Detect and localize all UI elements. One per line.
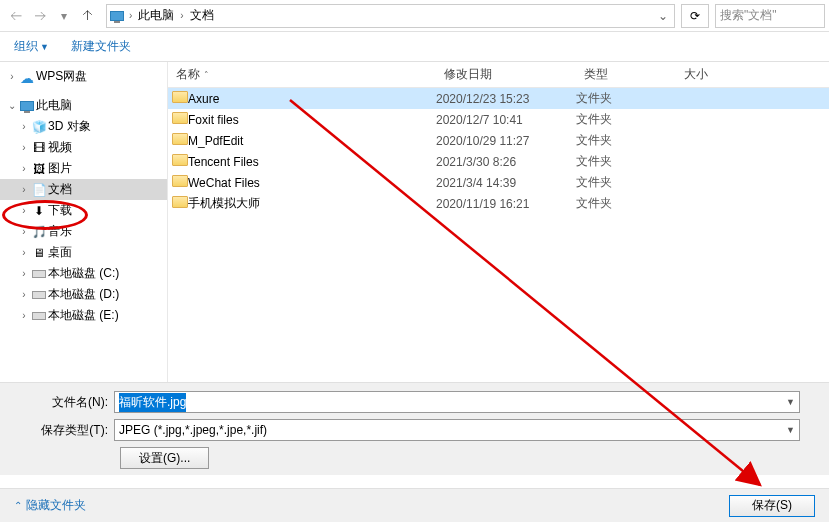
breadcrumb-documents[interactable]: 文档 [186, 7, 218, 24]
forward-button: 🡢 [28, 4, 52, 28]
sidebar: ›WPS网盘 ⌄此电脑 ›🧊3D 对象›🎞视频›🖼图片›📄文档›⬇下载›🎵音乐›… [0, 62, 168, 382]
folder-icon [172, 196, 188, 208]
settings-button[interactable]: 设置(G)... [120, 447, 209, 469]
search-input[interactable]: 搜索"文档" [715, 4, 825, 28]
organize-menu[interactable]: 组织▼ [14, 38, 49, 55]
save-form: 文件名(N): 福昕软件.jpg ▼ 保存类型(T): JPEG (*.jpg,… [0, 382, 829, 475]
up-button[interactable]: 🡡 [76, 4, 100, 28]
chevron-right-icon: › [178, 10, 185, 21]
filename-input[interactable]: 福昕软件.jpg ▼ [114, 391, 800, 413]
filetype-select[interactable]: JPEG (*.jpg,*.jpeg,*.jpe,*.jif)▼ [114, 419, 800, 441]
sidebar-item-7[interactable]: ›本地磁盘 (C:) [0, 263, 167, 284]
sidebar-item-2[interactable]: ›🖼图片 [0, 158, 167, 179]
col-type[interactable]: 类型 [576, 66, 676, 83]
sidebar-item-8[interactable]: ›本地磁盘 (D:) [0, 284, 167, 305]
file-row[interactable]: M_PdfEdit2020/10/29 11:27文件夹 [168, 130, 829, 151]
folder-icon [172, 175, 188, 187]
folder-icon [172, 154, 188, 166]
sidebar-item-5[interactable]: ›🎵音乐 [0, 221, 167, 242]
refresh-button[interactable]: ⟳ [681, 4, 709, 28]
sidebar-item-0[interactable]: ›🧊3D 对象 [0, 116, 167, 137]
recent-dropdown[interactable]: ▾ [52, 4, 76, 28]
folder-icon [172, 91, 188, 103]
file-row[interactable]: Foxit files2020/12/7 10:41文件夹 [168, 109, 829, 130]
col-name[interactable]: 名称˄ [168, 66, 436, 83]
breadcrumb-thispc[interactable]: 此电脑 [134, 7, 178, 24]
file-row[interactable]: Axure2020/12/23 15:23文件夹 [168, 88, 829, 109]
sidebar-item-3[interactable]: ›📄文档 [0, 179, 167, 200]
chevron-right-icon: › [127, 10, 134, 21]
breadcrumb-dropdown[interactable]: ⌄ [652, 9, 674, 23]
hide-folders-link[interactable]: ⌃隐藏文件夹 [14, 497, 86, 514]
back-button[interactable]: 🡠 [4, 4, 28, 28]
filename-label: 文件名(N): [14, 394, 114, 411]
sidebar-item-6[interactable]: ›🖥桌面 [0, 242, 167, 263]
file-list: 名称˄ 修改日期 类型 大小 Axure2020/12/23 15:23文件夹F… [168, 62, 829, 382]
sidebar-item-4[interactable]: ›⬇下载 [0, 200, 167, 221]
breadcrumb[interactable]: › 此电脑 › 文档 ⌄ [106, 4, 675, 28]
filetype-label: 保存类型(T): [14, 422, 114, 439]
footer: ⌃隐藏文件夹 保存(S) [0, 488, 829, 522]
sidebar-item-1[interactable]: ›🎞视频 [0, 137, 167, 158]
new-folder-button[interactable]: 新建文件夹 [71, 38, 131, 55]
sidebar-wps[interactable]: ›WPS网盘 [0, 66, 167, 87]
file-row[interactable]: Tencent Files2021/3/30 8:26文件夹 [168, 151, 829, 172]
address-bar-row: 🡠 🡢 ▾ 🡡 › 此电脑 › 文档 ⌄ ⟳ 搜索"文档" [0, 0, 829, 32]
col-date[interactable]: 修改日期 [436, 66, 576, 83]
location-icon [107, 11, 127, 21]
sidebar-item-9[interactable]: ›本地磁盘 (E:) [0, 305, 167, 326]
col-size[interactable]: 大小 [676, 66, 756, 83]
file-row[interactable]: WeChat Files2021/3/4 14:39文件夹 [168, 172, 829, 193]
column-headers: 名称˄ 修改日期 类型 大小 [168, 62, 829, 88]
save-button[interactable]: 保存(S) [729, 495, 815, 517]
file-row[interactable]: 手机模拟大师2020/11/19 16:21文件夹 [168, 193, 829, 214]
toolbar: 组织▼ 新建文件夹 [0, 32, 829, 62]
folder-icon [172, 133, 188, 145]
sidebar-thispc[interactable]: ⌄此电脑 [0, 95, 167, 116]
folder-icon [172, 112, 188, 124]
